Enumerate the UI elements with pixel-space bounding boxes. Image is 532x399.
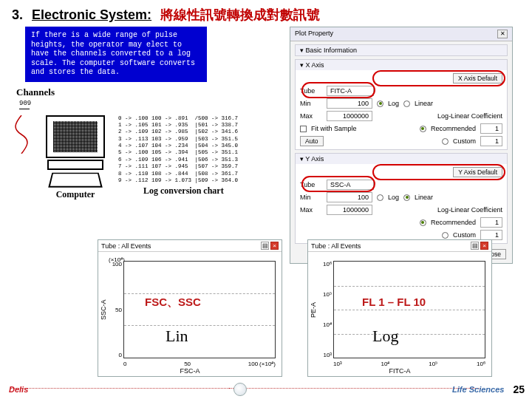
y-axis-default-button[interactable]: Y Axis Default — [453, 167, 502, 177]
right-ytick-3: 10³ — [323, 352, 332, 358]
y-linear-label: Linear — [415, 194, 433, 201]
y-tube-label: Tube — [300, 181, 322, 188]
right-plot-title: Tube : All Events — [311, 242, 361, 250]
slide-title-en: Electronic System: — [32, 7, 151, 23]
y-max-input[interactable]: 1000000 — [327, 205, 372, 215]
x-custom-radio[interactable] — [442, 138, 449, 145]
y-linear-radio[interactable] — [403, 194, 410, 201]
page-number: 25 — [513, 383, 525, 395]
right-xtick-0: 10³ — [333, 361, 342, 367]
x-custom-label: Custom — [453, 137, 476, 145]
y-recommended-radio[interactable] — [420, 219, 426, 226]
x-recommended-radio[interactable] — [420, 126, 426, 132]
dialog-close-button[interactable]: ✕ — [497, 30, 508, 38]
x-loglincoeff-label: Log-Linear Coefficient — [437, 112, 502, 120]
left-xtick-1: 50 — [184, 361, 191, 367]
fl-range-label: FL 1 – FL 10 — [362, 296, 426, 308]
channels-label: Channels — [16, 86, 287, 98]
y-custom-value[interactable]: 1 — [480, 230, 502, 240]
keyboard-icon — [48, 172, 102, 187]
monitor-base-icon — [47, 160, 103, 170]
x-tube-input[interactable]: FITC-A — [327, 86, 374, 96]
left-xtick-2: 100 — [248, 361, 258, 367]
x-custom-value[interactable]: 1 — [480, 136, 502, 146]
x-max-label: Max — [300, 112, 322, 120]
left-xtick-0: 0 — [123, 361, 126, 367]
y-custom-radio[interactable] — [442, 232, 449, 239]
left-plot-title: Tube : All Events — [101, 242, 151, 250]
plot-close-icon[interactable]: × — [480, 242, 488, 250]
y-max-label: Max — [300, 206, 322, 214]
right-ytick-0: 10⁶ — [323, 261, 332, 267]
y-log-radio[interactable] — [377, 194, 383, 201]
x-fit-checkbox[interactable] — [300, 126, 307, 132]
right-x-label: FITC-A — [308, 367, 491, 375]
dialog-title: Plot Property — [295, 30, 333, 38]
x-max-input[interactable]: 1000000 — [327, 111, 372, 121]
left-y-label: SSC-A — [100, 259, 110, 360]
x-min-label: Min — [300, 100, 322, 107]
x-linear-label: Linear — [415, 100, 433, 107]
brand-left: Delis — [9, 385, 28, 394]
scatter-log-plot: Tube : All Events ▤ × PE-A 10⁶ 10⁵ 10⁴ 1… — [307, 239, 492, 377]
y-loglincoeff-label: Log-Linear Coefficient — [437, 206, 502, 214]
x-log-label: Log — [388, 100, 399, 107]
log-label: Log — [372, 327, 398, 346]
right-xtick-3: 10⁶ — [477, 361, 485, 367]
logchart-label: Log conversion chart — [143, 185, 238, 197]
y-recommended-value[interactable]: 1 — [480, 217, 502, 228]
channel-tick — [19, 109, 30, 109]
y-min-label: Min — [300, 194, 322, 201]
x-axis-section[interactable]: ▾ X Axis — [296, 60, 507, 70]
x-recommended-value[interactable]: 1 — [480, 123, 502, 134]
right-xtick-2: 10⁵ — [429, 361, 437, 367]
pulse-icon — [12, 115, 31, 154]
slide-title-zh: 將線性訊號轉換成對數訊號 — [160, 6, 320, 24]
computer-label: Computer — [37, 189, 114, 200]
left-x-unit: (×10⁴) — [259, 361, 276, 367]
basic-info-section[interactable]: ▾ Basic Information — [296, 45, 507, 55]
slide-number: 3. — [12, 7, 23, 23]
y-custom-label: Custom — [453, 231, 476, 239]
right-xtick-1: 10⁴ — [381, 361, 389, 367]
plot-tool-icon[interactable]: ▤ — [261, 242, 269, 250]
right-ytick-1: 10⁵ — [323, 291, 332, 298]
info-bluebox: If there is a wide range of pulse height… — [25, 27, 207, 82]
x-log-radio[interactable] — [377, 100, 383, 107]
left-ytick-2: 0 — [119, 352, 122, 358]
globe-icon — [233, 383, 247, 396]
log-conversion-chart: 0 -> .100 100 -> .891 /500 -> 316.7 1 ->… — [118, 115, 238, 185]
left-x-label: FSC-A — [98, 367, 282, 375]
lin-label: Lin — [166, 327, 188, 346]
y-log-label: Log — [388, 194, 399, 201]
left-ytick-1: 50 — [115, 307, 122, 313]
x-fit-label: Fit with Sample — [311, 125, 357, 132]
right-y-label: PE-A — [310, 259, 320, 360]
fsc-ssc-label: FSC、SSC — [145, 296, 201, 310]
y-recommended-label: Recommended — [431, 219, 476, 226]
plot-close-icon[interactable]: × — [270, 242, 279, 250]
x-axis-default-button[interactable]: X Axis Default — [453, 73, 502, 83]
x-tube-label: Tube — [300, 87, 322, 95]
right-ytick-2: 10⁴ — [323, 321, 332, 328]
x-linear-radio[interactable] — [403, 100, 410, 107]
left-ytick-0: 100 — [112, 261, 122, 267]
brand-right: Life Sciences — [452, 385, 504, 394]
x-auto-button[interactable]: Auto — [300, 136, 324, 146]
plot-property-dialog: Plot Property ✕ ▾ Basic Information ▾ X … — [290, 27, 513, 264]
y-min-input[interactable]: 100 — [327, 192, 372, 202]
x-min-input[interactable]: 100 — [327, 98, 372, 109]
monitor-icon — [46, 115, 105, 158]
y-tube-input[interactable]: SSC-A — [327, 180, 374, 190]
plot-tool-icon[interactable]: ▤ — [471, 242, 479, 250]
y-axis-section[interactable]: ▾ Y Axis — [296, 154, 507, 164]
channel-value: 909 — [19, 100, 287, 107]
x-recommended-label: Recommended — [431, 125, 476, 132]
